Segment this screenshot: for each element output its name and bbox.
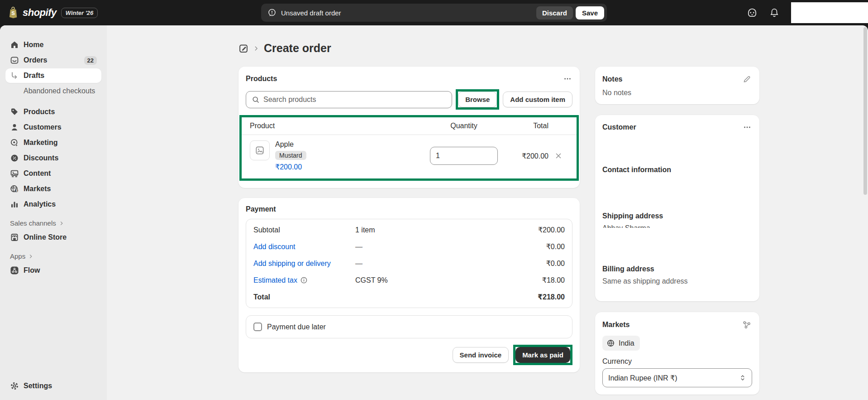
sidebar-item-marketing[interactable]: Marketing [5,135,101,150]
apps-section[interactable]: Apps [10,252,97,260]
customers-icon [10,123,19,132]
sidebar-item-online-store[interactable]: Online Store [5,230,101,245]
notes-empty-text: No notes [602,89,752,97]
chevron-right-icon [28,254,33,259]
payment-due-later-box: Payment due later [246,315,572,338]
sidekick-icon[interactable] [747,7,758,18]
payment-due-later-checkbox[interactable] [253,323,262,331]
sidebar-item-content[interactable]: Content [5,166,101,181]
sidebar: Home Orders 22 Drafts Abandoned checkout… [0,25,107,400]
edition-badge[interactable]: Winter '26 [61,8,98,18]
markets-network-icon[interactable] [741,319,752,330]
currency-label: Currency [602,357,752,366]
alert-icon [267,8,277,17]
analytics-icon [10,200,19,209]
products-menu-button[interactable] [563,74,572,84]
remove-line-item-icon[interactable] [548,152,568,160]
customer-menu-button[interactable] [742,122,752,132]
customer-card-title: Customer [602,123,636,131]
discard-button[interactable]: Discard [536,6,573,19]
sidebar-item-orders[interactable]: Orders 22 [5,53,101,67]
sidebar-item-discounts[interactable]: Discounts [5,151,101,165]
svg-text:$: $ [16,189,18,193]
search-icon [252,96,260,104]
quantity-input[interactable] [430,147,498,165]
product-name[interactable]: Apple [275,140,306,149]
chevron-right-icon [59,221,64,226]
mark-as-paid-annotation-box: Mark as paid [513,345,572,365]
product-table-header: Product Quantity Total [242,117,577,135]
browse-annotation-box: Browse [456,89,499,110]
products-card: Products Browse [238,67,580,188]
notes-card: Notes No notes [595,67,759,104]
market-name: India [619,339,634,347]
payment-card: Payment Subtotal 1 item ₹200.00 Add disc… [238,198,580,372]
sidebar-item-analytics[interactable]: Analytics [5,197,101,212]
sales-channels-section[interactable]: Sales channels [10,219,97,227]
add-custom-item-button[interactable]: Add custom item [503,92,572,107]
payment-due-later-label: Payment due later [267,323,326,331]
scrollbar[interactable] [863,27,867,195]
save-button[interactable]: Save [576,6,604,19]
topbar: S shopify Winter '26 Unsaved draft order… [0,0,868,25]
shipping-address-heading: Shipping address [602,212,752,220]
main-content: Create order Products [107,25,868,400]
notifications-bell-icon[interactable] [769,8,779,18]
tree-arrow-icon [10,71,19,80]
send-invoice-button[interactable]: Send invoice [453,347,509,363]
product-search[interactable] [246,91,452,108]
pencil-icon [743,75,751,83]
store-name-redacted[interactable] [791,2,868,23]
payment-totals-box: Subtotal 1 item ₹200.00 Add discount — ₹… [246,219,572,308]
add-discount-row: Add discount — ₹0.00 [246,238,572,255]
sidebar-item-markets[interactable]: $ Markets [5,182,101,196]
product-table-annotation-box: Product Quantity Total Apple [239,115,579,181]
subtotal-row: Subtotal 1 item ₹200.00 [246,222,572,238]
search-products-input[interactable] [263,96,446,104]
sidebar-item-settings[interactable]: Settings [5,379,101,393]
estimated-tax-link[interactable]: Estimated tax [253,276,355,284]
sidebar-item-abandoned-checkouts[interactable]: Abandoned checkouts [5,84,101,98]
product-image-placeholder [250,140,270,160]
payment-card-title: Payment [246,205,276,213]
sidebar-item-products[interactable]: Products [5,105,101,119]
draft-order-icon[interactable] [238,43,248,53]
currency-select[interactable]: Indian Rupee (INR ₹) [602,368,752,387]
sidebar-item-home[interactable]: Home [5,38,101,52]
sidebar-item-drafts[interactable]: Drafts [5,68,101,83]
mark-as-paid-button[interactable]: Mark as paid [515,347,570,363]
shopify-logo[interactable]: S shopify [7,6,57,19]
edit-notes-button[interactable] [742,74,752,84]
home-icon [10,40,19,49]
browse-button[interactable]: Browse [458,92,497,107]
add-discount-link[interactable]: Add discount [253,243,355,251]
banner-text: Unsaved draft order [281,9,341,17]
market-india-pill[interactable]: India [602,336,640,351]
page-title: Create order [264,42,331,55]
info-icon[interactable] [300,276,308,284]
flow-icon [10,266,19,275]
marketing-icon [10,138,19,147]
settings-gear-icon [10,381,19,390]
orders-icon [10,56,19,65]
online-store-icon [10,233,19,242]
breadcrumb: Create order [238,42,868,55]
updown-chevron-icon [739,374,746,381]
add-shipping-link[interactable]: Add shipping or delivery [253,260,355,268]
shopify-bag-icon: S [7,6,19,19]
line-total: ₹200.00 [498,152,548,160]
product-price-link[interactable]: ₹200.00 [275,163,306,171]
shipping-address-name-clipped: Abhay Sharma [602,224,752,228]
add-shipping-row: Add shipping or delivery — ₹0.00 [246,255,572,272]
svg-text:S: S [11,10,15,16]
estimated-tax-row: Estimated tax CGST 9% ₹18.00 [246,272,572,289]
billing-address-value: Same as shipping address [602,277,752,285]
ellipsis-icon [743,123,751,131]
total-row: Total ₹218.00 [246,289,572,305]
markets-globe-icon: $ [10,184,19,193]
chevron-right-icon [253,45,259,52]
sidebar-item-flow[interactable]: Flow [5,263,101,278]
sidebar-item-customers[interactable]: Customers [5,120,101,135]
notes-card-title: Notes [602,75,622,83]
orders-count-badge: 22 [84,56,97,65]
